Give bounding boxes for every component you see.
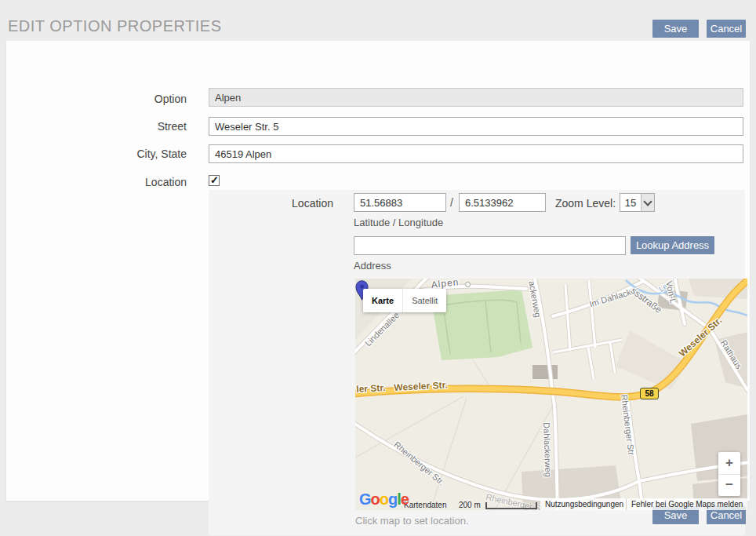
street-label: Street (13, 120, 187, 133)
zoom-level-select[interactable]: 15 (620, 193, 655, 212)
scale-label: 200 m (459, 501, 481, 509)
form-panel: Option Street City, State Location Locat… (6, 41, 750, 501)
route-58-badge: 58 (640, 388, 659, 399)
location-toggle-label: Location (13, 176, 187, 188)
map-data-label: Kartendaten (404, 501, 447, 509)
page-title: EDIT OPTION PROPERTIES (8, 17, 222, 35)
edit-option-properties-page: EDIT OPTION PROPERTIES Save Cancel Optio… (0, 0, 756, 536)
click-map-hint: Click map to set location. (355, 515, 469, 527)
zoom-level-value: 15 (620, 194, 641, 211)
city-state-field[interactable] (209, 144, 743, 163)
map-zoom-control: + − (718, 452, 740, 496)
map-canvas[interactable]: Alpen Lindenallee ackerweg Im Dahlacker … (355, 279, 747, 510)
town-marker-icon (465, 282, 471, 287)
option-field (209, 88, 743, 107)
save-button-top[interactable]: Save (652, 20, 699, 38)
google-logo[interactable]: Google (359, 490, 409, 509)
zoom-level-label: Zoom Level: (555, 197, 616, 210)
chevron-down-icon (641, 194, 654, 211)
scale-bar (485, 502, 537, 509)
address-field[interactable] (354, 236, 626, 255)
address-helper: Address (354, 260, 391, 272)
map-type-karte-button[interactable]: Karte (363, 289, 403, 312)
map-label-dahlackerweg: Dahlackerweg (542, 422, 553, 477)
latitude-field[interactable] (354, 193, 446, 212)
map-label-ler-str: ler Str. (356, 382, 386, 395)
lookup-address-button[interactable]: Lookup Address (631, 236, 714, 254)
location-checkbox[interactable] (209, 175, 220, 186)
zoom-out-button[interactable]: − (718, 475, 740, 497)
terms-link[interactable]: Nutzungsbedingungen (540, 498, 626, 510)
latlng-separator: / (450, 196, 453, 209)
map-type-satellit-button[interactable]: Satellit (403, 289, 446, 312)
cancel-button-top[interactable]: Cancel (707, 20, 746, 38)
street-field[interactable] (209, 117, 743, 136)
inner-location-label: Location (226, 197, 333, 210)
report-error-link[interactable]: Fehler bei Google Maps melden (626, 498, 747, 510)
city-state-label: City, State (13, 148, 187, 160)
option-label: Option (13, 93, 187, 105)
longitude-field[interactable] (459, 193, 546, 212)
map-type-control: Karte Satellit (363, 289, 446, 312)
latlng-helper: Latitude / Longitude (354, 217, 443, 228)
zoom-in-button[interactable]: + (718, 452, 740, 475)
